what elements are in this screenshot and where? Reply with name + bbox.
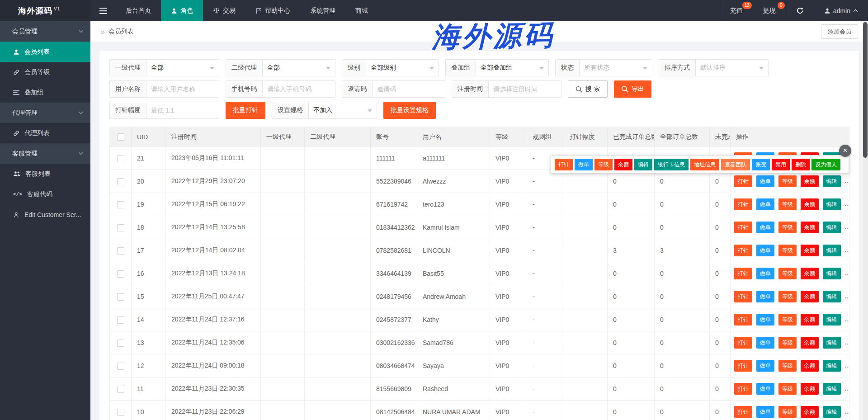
balance-button[interactable]: 余额 bbox=[801, 314, 819, 326]
more-actions-ellipsis[interactable]: ... bbox=[844, 177, 849, 184]
balance-button[interactable]: 余额 bbox=[614, 159, 632, 170]
refresh-button[interactable] bbox=[786, 0, 814, 21]
edit-button[interactable]: 编辑 bbox=[823, 198, 841, 210]
balance-button[interactable]: 余额 bbox=[801, 175, 819, 187]
balance-button[interactable]: 余额 bbox=[801, 360, 819, 372]
set-fake-button[interactable]: 设为假人 bbox=[811, 159, 840, 170]
recharge-button[interactable]: 充值 13 bbox=[720, 0, 753, 21]
level-button[interactable]: 等级 bbox=[778, 360, 797, 372]
batch-spec-button[interactable]: 批量设置规格 bbox=[383, 102, 436, 119]
close-icon[interactable]: × bbox=[839, 145, 851, 157]
edit-button[interactable]: 编辑 bbox=[823, 360, 841, 372]
sidebar-group-member-management[interactable]: 会员管理 bbox=[0, 21, 90, 42]
more-actions-ellipsis[interactable]: ... bbox=[844, 385, 849, 392]
add-member-button[interactable]: 添加会员 bbox=[821, 24, 858, 39]
edit-button[interactable]: 编辑 bbox=[823, 383, 841, 395]
edit-button[interactable]: 编辑 bbox=[823, 268, 841, 279]
edit-button[interactable]: 编辑 bbox=[823, 406, 841, 418]
row-checkbox[interactable] bbox=[117, 293, 124, 301]
level-button[interactable]: 等级 bbox=[778, 198, 797, 210]
more-actions-ellipsis[interactable]: ... bbox=[844, 293, 849, 300]
balance-button[interactable]: 余额 bbox=[801, 291, 819, 302]
balance-button[interactable]: 余额 bbox=[801, 406, 819, 418]
level-button[interactable]: 等级 bbox=[778, 314, 797, 326]
make-order-button[interactable]: 做单 bbox=[756, 337, 774, 349]
edit-button[interactable]: 编辑 bbox=[823, 175, 841, 187]
batch-inject-button[interactable]: 批量打针 bbox=[226, 102, 265, 119]
make-order-button[interactable]: 做单 bbox=[756, 360, 774, 372]
inject-button[interactable]: 打针 bbox=[734, 222, 752, 233]
view-team-button[interactable]: 查看团队 bbox=[721, 159, 750, 170]
sidebar-group-agent-management[interactable]: 代理管理 bbox=[0, 103, 90, 123]
make-order-button[interactable]: 做单 bbox=[756, 314, 774, 326]
edit-button[interactable]: 编辑 bbox=[823, 245, 841, 256]
more-actions-ellipsis[interactable]: ... bbox=[844, 339, 849, 346]
level-button[interactable]: 等级 bbox=[594, 159, 613, 170]
bank-info-button[interactable]: 银行卡信息 bbox=[654, 159, 689, 170]
balance-button[interactable]: 余额 bbox=[801, 198, 819, 210]
stack-group-select[interactable]: 全部叠加组 bbox=[476, 60, 548, 76]
more-actions-ellipsis[interactable]: ... bbox=[844, 316, 849, 323]
make-order-button[interactable]: 做单 bbox=[756, 175, 774, 187]
agent1-select[interactable]: 全部 bbox=[146, 60, 219, 76]
nav-help-center[interactable]: 帮助中心 bbox=[245, 0, 300, 21]
sidebar-group-service-management[interactable]: 客服管理 bbox=[0, 143, 90, 164]
make-order-button[interactable]: 做单 bbox=[756, 245, 774, 256]
sidebar-item-member-level[interactable]: 会员等级 bbox=[0, 62, 90, 82]
inject-button[interactable]: 打针 bbox=[555, 159, 573, 170]
status-select[interactable]: 所有状态 bbox=[580, 60, 652, 76]
balance-button[interactable]: 余额 bbox=[801, 383, 819, 395]
address-info-button[interactable]: 地址信息 bbox=[690, 159, 719, 170]
level-button[interactable]: 等级 bbox=[778, 175, 797, 187]
reg-time-input[interactable] bbox=[489, 81, 561, 97]
balance-button[interactable]: 余额 bbox=[801, 222, 819, 233]
edit-button[interactable]: 编辑 bbox=[823, 222, 841, 233]
nav-role[interactable]: 角色 bbox=[161, 0, 203, 21]
nav-trade[interactable]: 交易 bbox=[203, 0, 245, 21]
row-checkbox[interactable] bbox=[117, 201, 124, 208]
row-checkbox[interactable] bbox=[117, 340, 124, 347]
level-select[interactable]: 全部级别 bbox=[366, 60, 439, 76]
spec-select[interactable]: 不加入 bbox=[309, 102, 377, 118]
balance-button[interactable]: 余额 bbox=[801, 337, 819, 349]
more-actions-ellipsis[interactable]: ... bbox=[844, 269, 849, 277]
phone-input[interactable] bbox=[263, 81, 335, 97]
nav-system[interactable]: 系统管理 bbox=[300, 0, 345, 21]
row-checkbox[interactable] bbox=[117, 316, 124, 324]
edit-button[interactable]: 编辑 bbox=[823, 314, 841, 326]
edit-button[interactable]: 编辑 bbox=[634, 159, 652, 170]
sidebar-item-edit-customer-service[interactable]: Edit Customer Ser... bbox=[0, 204, 90, 225]
level-button[interactable]: 等级 bbox=[778, 222, 797, 233]
row-checkbox[interactable] bbox=[117, 247, 124, 255]
inject-button[interactable]: 打针 bbox=[734, 337, 752, 349]
nav-dashboard[interactable]: 后台首页 bbox=[116, 0, 161, 21]
inject-button[interactable]: 打针 bbox=[734, 383, 752, 395]
inject-button[interactable]: 打针 bbox=[734, 268, 752, 279]
scrollbar-thumb[interactable] bbox=[863, 22, 868, 158]
inject-button[interactable]: 打针 bbox=[734, 291, 752, 302]
sidebar-item-agent-list[interactable]: 代理列表 bbox=[0, 123, 90, 143]
inject-button[interactable]: 打针 bbox=[734, 175, 752, 187]
nav-mall[interactable]: 商城 bbox=[345, 0, 378, 21]
row-checkbox[interactable] bbox=[117, 224, 124, 231]
make-order-button[interactable]: 做单 bbox=[575, 159, 593, 170]
make-order-button[interactable]: 做单 bbox=[756, 268, 774, 279]
make-order-button[interactable]: 做单 bbox=[756, 222, 774, 233]
make-order-button[interactable]: 做单 bbox=[756, 198, 774, 210]
level-button[interactable]: 等级 bbox=[778, 337, 797, 349]
more-actions-ellipsis[interactable]: ... bbox=[844, 408, 849, 415]
sidebar-item-service-list[interactable]: 客服列表 bbox=[0, 164, 90, 184]
row-checkbox[interactable] bbox=[117, 178, 124, 185]
inject-button[interactable]: 打针 bbox=[734, 245, 752, 256]
sort-select[interactable]: 默认排序 bbox=[696, 60, 768, 76]
inject-button[interactable]: 打针 bbox=[734, 406, 752, 418]
row-checkbox[interactable] bbox=[117, 363, 124, 370]
inject-button[interactable]: 打针 bbox=[734, 314, 752, 326]
edit-button[interactable]: 编辑 bbox=[823, 291, 841, 302]
level-button[interactable]: 等级 bbox=[778, 406, 797, 418]
sidebar-item-member-list[interactable]: 会员列表 bbox=[0, 42, 90, 62]
menu-toggle-icon[interactable] bbox=[90, 0, 116, 21]
username-input[interactable] bbox=[146, 81, 219, 97]
invite-code-input[interactable] bbox=[373, 81, 445, 97]
agent2-select[interactable]: 全部 bbox=[263, 60, 335, 76]
